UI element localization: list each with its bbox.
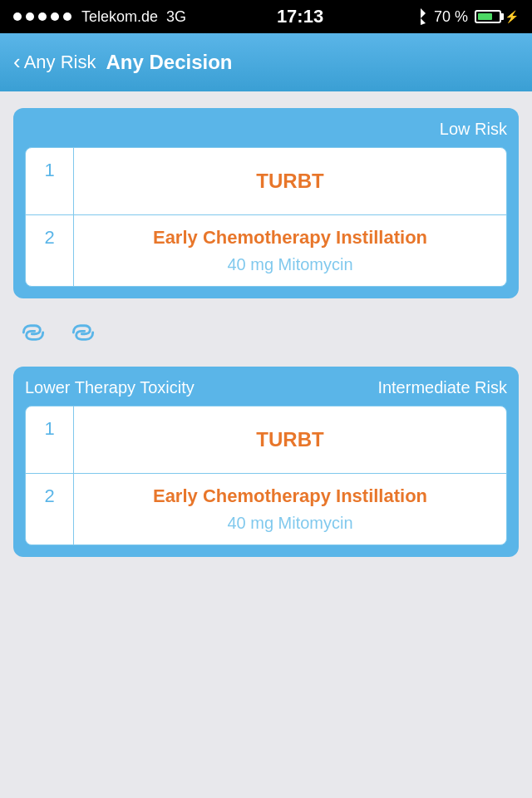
signal-dot-3	[38, 12, 47, 21]
mitomycin-dose-2: 40 mg Mitomycin	[227, 514, 352, 533]
table-row: 1 TURBT	[26, 148, 506, 215]
back-label: Any Risk	[24, 52, 96, 73]
low-risk-label: Low Risk	[440, 120, 507, 138]
table-row: 1 TURBT	[26, 406, 506, 474]
row-content-2: Early Chemotherapy Instillation 40 mg Mi…	[74, 215, 506, 286]
link-button-1[interactable]	[17, 318, 50, 347]
row-content-1: TURBT	[74, 148, 506, 214]
signal-dot-4	[51, 12, 59, 21]
back-button[interactable]: ‹ Any Risk	[13, 52, 96, 73]
row-number-4: 2	[26, 474, 74, 544]
signal-dot-2	[26, 12, 34, 21]
signal-dots	[13, 12, 71, 21]
back-chevron-icon: ‹	[13, 51, 21, 72]
low-risk-table: 1 TURBT 2 Early Chemotherapy Instillatio…	[25, 147, 507, 287]
row-number-3: 1	[26, 406, 74, 473]
intermediate-risk-card: Lower Therapy Toxicity Intermediate Risk…	[13, 367, 519, 557]
network-label: 3G	[166, 8, 186, 26]
charging-bolt-icon: ⚡	[505, 10, 519, 23]
chemo-instillation-label-1: Early Chemotherapy Instillation	[153, 227, 427, 249]
battery-icon	[475, 10, 501, 23]
lower-therapy-toxicity-label: Lower Therapy Toxicity	[25, 378, 195, 397]
carrier-label: Telekom.de	[81, 8, 158, 26]
nav-bar: ‹ Any Risk Any Decision	[0, 33, 532, 91]
time-label: 17:13	[277, 6, 323, 27]
chain-link-icon-2	[66, 318, 100, 347]
links-row	[13, 312, 519, 353]
intermediate-risk-label: Intermediate Risk	[377, 378, 507, 397]
table-row: 2 Early Chemotherapy Instillation 40 mg …	[26, 215, 506, 286]
intermediate-risk-card-header: Lower Therapy Toxicity Intermediate Risk	[25, 378, 507, 397]
status-left: Telekom.de 3G	[13, 8, 186, 26]
chemo-instillation-label-2: Early Chemotherapy Instillation	[153, 485, 427, 507]
mitomycin-dose-1: 40 mg Mitomycin	[227, 255, 352, 274]
signal-dot-1	[13, 12, 22, 21]
battery-container: ⚡	[475, 10, 519, 23]
row-content-3: TURBT	[74, 406, 506, 473]
turbt-label-1: TURBT	[256, 170, 323, 193]
page-title: Any Decision	[106, 51, 232, 74]
table-row: 2 Early Chemotherapy Instillation 40 mg …	[26, 474, 506, 544]
low-risk-card: Low Risk 1 TURBT 2 Early Chemotherapy In…	[13, 108, 519, 298]
battery-fill	[478, 13, 492, 20]
row-number-1: 1	[26, 148, 74, 214]
status-bar: Telekom.de 3G 17:13 70 % ⚡	[0, 0, 532, 33]
battery-percentage: 70 %	[434, 8, 468, 26]
link-button-2[interactable]	[66, 318, 100, 347]
low-risk-card-header: Low Risk	[25, 120, 507, 139]
chain-link-icon-1	[17, 318, 50, 347]
row-content-4: Early Chemotherapy Instillation 40 mg Mi…	[74, 474, 506, 544]
turbt-label-2: TURBT	[256, 428, 323, 451]
status-right: 70 % ⚡	[414, 8, 519, 26]
signal-dot-5	[63, 12, 71, 21]
intermediate-risk-table: 1 TURBT 2 Early Chemotherapy Instillatio…	[25, 406, 507, 545]
main-content: Low Risk 1 TURBT 2 Early Chemotherapy In…	[0, 91, 532, 574]
bluetooth-icon	[414, 8, 427, 25]
row-number-2: 2	[26, 215, 74, 286]
